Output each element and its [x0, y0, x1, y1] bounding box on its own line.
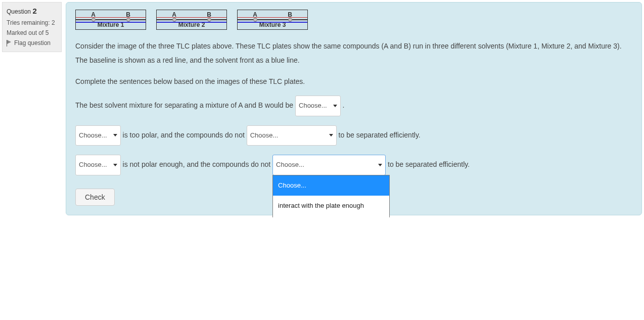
- select-too-polar-reason[interactable]: Choose...: [247, 125, 337, 146]
- select-not-polar-reason[interactable]: Choose... Choose... interact with the pl…: [272, 155, 386, 175]
- select-best-solvent[interactable]: Choose...: [295, 96, 341, 116]
- chevron-down-icon: [329, 134, 333, 136]
- question-number: Question 2: [7, 7, 57, 15]
- question-info-box: Question 2 Tries remaining: 2 Marked out…: [2, 2, 62, 52]
- baseline-line: [157, 17, 226, 18]
- sentence-1: The best solvent mixture for separating …: [75, 96, 632, 116]
- tlc-plates-row: A B Mixture 1 A B Mixture: [75, 10, 632, 30]
- flag-question-link[interactable]: Flag question: [7, 39, 57, 47]
- tlc-plate-3: A B Mixture 3: [237, 10, 308, 30]
- plate-caption-3: Mixture 3: [238, 20, 307, 29]
- chevron-down-icon: [113, 164, 117, 166]
- tlc-spot: [288, 18, 292, 22]
- select-not-polar-mixture[interactable]: Choose...: [75, 155, 121, 175]
- tlc-spot: [207, 18, 211, 22]
- intro-paragraph: Consider the image of the three TLC plat…: [75, 39, 632, 67]
- solvent-front-line: [76, 22, 146, 23]
- plate-caption-1: Mixture 1: [76, 20, 146, 29]
- marked-out-of: Marked out of 5: [7, 29, 57, 36]
- tlc-spot: [253, 18, 257, 22]
- chevron-down-icon: [333, 105, 337, 107]
- baseline-line: [76, 17, 146, 18]
- tlc-spot: [126, 18, 130, 22]
- chevron-down-icon: [113, 134, 117, 136]
- sentence-2: Choose... is too polar, and the compound…: [75, 125, 632, 146]
- solvent-front-line: [238, 22, 307, 23]
- select-not-polar-reason-dropdown: Choose... interact with the plate enough…: [272, 175, 390, 217]
- tlc-spot: [91, 18, 96, 22]
- check-button[interactable]: Check: [75, 189, 115, 206]
- tlc-spot: [172, 18, 176, 22]
- question-content: A B Mixture 1 A B Mixture: [66, 2, 642, 215]
- tlc-plate-2: A B Mixture 2: [156, 10, 227, 30]
- dropdown-option[interactable]: interact with the plate enough: [273, 196, 389, 216]
- dropdown-option[interactable]: interact with the solvent enough: [273, 216, 389, 217]
- solvent-front-line: [157, 22, 226, 23]
- chevron-down-icon: [378, 164, 382, 166]
- sentence-3: Choose... is not polar enough, and the c…: [75, 155, 632, 175]
- tlc-plate-1: A B Mixture 1: [75, 10, 146, 30]
- plate-caption-2: Mixture 2: [157, 20, 226, 29]
- complete-instruction: Complete the sentences below based on th…: [75, 74, 632, 88]
- dropdown-option[interactable]: Choose...: [273, 175, 389, 196]
- flag-icon: [7, 40, 12, 47]
- select-too-polar-mixture[interactable]: Choose...: [75, 125, 121, 146]
- flag-question-label: Flag question: [14, 39, 51, 47]
- tries-remaining: Tries remaining: 2: [7, 19, 57, 26]
- baseline-line: [238, 17, 307, 18]
